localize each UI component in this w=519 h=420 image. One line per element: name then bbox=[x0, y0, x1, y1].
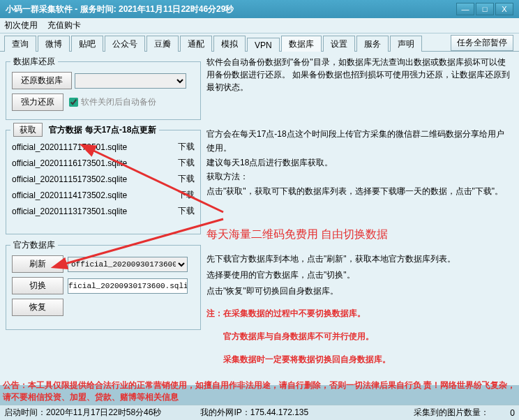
file-name: official_20201114173502.sqlite bbox=[12, 190, 127, 200]
refresh-button[interactable]: 刷新 bbox=[12, 255, 63, 273]
restore-group: 数据库还原 还原数据库 强力还原 软件关闭后自动备份 bbox=[6, 56, 201, 120]
close-button[interactable]: X bbox=[495, 3, 513, 15]
file-row: official_20201114173502.sqlite下载 bbox=[8, 187, 199, 203]
pause-all-button[interactable]: 任务全部暂停 bbox=[451, 35, 513, 51]
status-start: 启动时间：2020年11月17日22时58分46秒 bbox=[4, 407, 161, 419]
tab-9[interactable]: 设置 bbox=[323, 36, 355, 52]
fetch-desc-3: 获取方法： bbox=[206, 170, 512, 183]
fetch-group: 获取 官方数据 每天17点-18点更新 official_20201117173… bbox=[6, 124, 201, 234]
file-name: official_20201116173501.sqlite bbox=[12, 158, 127, 168]
fetch-desc-1: 官方会在每天17点-18点这个时间段上传官方采集的微信群二维码数据分享给用户使用… bbox=[206, 127, 512, 156]
official-db-legend: 官方数据库 bbox=[10, 239, 58, 251]
download-link[interactable]: 下载 bbox=[178, 157, 195, 169]
file-name: official_20201113173501.sqlite bbox=[12, 207, 127, 216]
official-db-group: 官方数据库 刷新 official_20200930173600.s 切换 恢复 bbox=[6, 239, 201, 330]
footer-warning: 公告：本工具仅限提供给合法行业的正常营销使用，如擅自用作非法用途，请自行删除，否… bbox=[3, 380, 516, 403]
window-title: 小码一群采集软件 - 服务时间: 2021年11月11日22时46分29秒 bbox=[6, 3, 456, 15]
db-warning-0: 注：在采集数据的过程中不要切换数据库。 bbox=[206, 306, 512, 322]
db-select[interactable]: official_20200930173600.s bbox=[68, 257, 188, 272]
db-warning-1: 官方数据库与自身数据库不可并行使用。 bbox=[223, 329, 512, 345]
download-link[interactable]: 下载 bbox=[178, 141, 195, 153]
auto-backup-checkbox[interactable]: 软件关闭后自动备份 bbox=[69, 96, 156, 108]
file-name: official_20201117173501.sqlite bbox=[12, 142, 127, 152]
maximize-button[interactable]: □ bbox=[476, 3, 494, 15]
file-row: official_20201116173501.sqlite下载 bbox=[8, 155, 199, 171]
fetch-desc-4: 点击"获取"，获取可下载的数据库列表，选择要下载哪一天的数据，点击"下载"。 bbox=[206, 184, 512, 198]
fetch-desc-2: 建议每天18点后进行数据库获取。 bbox=[206, 156, 512, 170]
download-link[interactable]: 下载 bbox=[178, 189, 195, 201]
switch-button[interactable]: 切换 bbox=[12, 277, 63, 294]
restore-select[interactable] bbox=[75, 73, 186, 89]
db-desc-2: 选择要使用的官方数据库，点击"切换"。 bbox=[206, 267, 512, 283]
fetch-legend: 官方数据 每天17点-18点更新 bbox=[49, 125, 156, 135]
tab-5[interactable]: 通配 bbox=[180, 36, 212, 52]
download-link[interactable]: 下载 bbox=[178, 205, 195, 217]
db-desc-3: 点击"恢复"即可切换回自身数据库。 bbox=[206, 283, 512, 299]
file-row: official_20201113173501.sqlite下载 bbox=[8, 203, 199, 219]
tab-6[interactable]: 模拟 bbox=[213, 36, 246, 52]
file-name: official_20201115173502.sqlite bbox=[12, 174, 127, 184]
force-restore-button[interactable]: 强力还原 bbox=[12, 93, 63, 111]
tab-0[interactable]: 查询 bbox=[4, 36, 36, 52]
status-ip: 我的外网IP：175.44.172.135 bbox=[200, 407, 308, 419]
auto-backup-label: 软件关闭后自动备份 bbox=[81, 96, 156, 108]
minimize-button[interactable]: — bbox=[456, 3, 474, 15]
restore-legend: 数据库还原 bbox=[10, 56, 58, 68]
tab-11[interactable]: 声明 bbox=[390, 36, 422, 52]
status-image-count-value: 0 bbox=[510, 408, 515, 418]
recover-button[interactable]: 恢复 bbox=[12, 299, 63, 316]
db-warning-2: 采集数据时一定要将数据切换回自身数据库。 bbox=[223, 352, 512, 368]
tab-4[interactable]: 豆瓣 bbox=[146, 36, 179, 52]
db-path-input[interactable] bbox=[68, 278, 188, 294]
auto-backup-input[interactable] bbox=[69, 98, 78, 107]
download-link[interactable]: 下载 bbox=[178, 173, 195, 185]
file-row: official_20201117173501.sqlite下载 bbox=[8, 139, 199, 155]
tab-10[interactable]: 服务 bbox=[356, 36, 389, 52]
db-desc-1: 先下载官方数据库到本地，点击"刷新"，获取本地官方数据库列表。 bbox=[206, 251, 512, 267]
tab-7[interactable]: VPN bbox=[247, 38, 280, 52]
restore-description: 软件会自动备份数据到"备份"目录，如数据库无法查询出数据或数据库损坏可以使用备份… bbox=[206, 56, 512, 93]
status-image-count: 采集到的图片数量： bbox=[414, 407, 489, 419]
tab-3[interactable]: 公众号 bbox=[105, 36, 145, 52]
tab-2[interactable]: 贴吧 bbox=[71, 36, 103, 52]
restore-db-button[interactable]: 还原数据库 bbox=[12, 72, 72, 89]
menu-first-use[interactable]: 初次使用 bbox=[4, 20, 38, 31]
tab-8[interactable]: 数据库 bbox=[281, 36, 322, 52]
fetch-button[interactable]: 获取 bbox=[13, 123, 43, 137]
file-row: official_20201115173502.sqlite下载 bbox=[8, 171, 199, 187]
tab-1[interactable]: 微博 bbox=[38, 36, 70, 52]
promo-banner: 每天海量二维码免费用 自由切换数据 bbox=[206, 225, 512, 243]
menu-recharge[interactable]: 充值购卡 bbox=[47, 20, 81, 31]
